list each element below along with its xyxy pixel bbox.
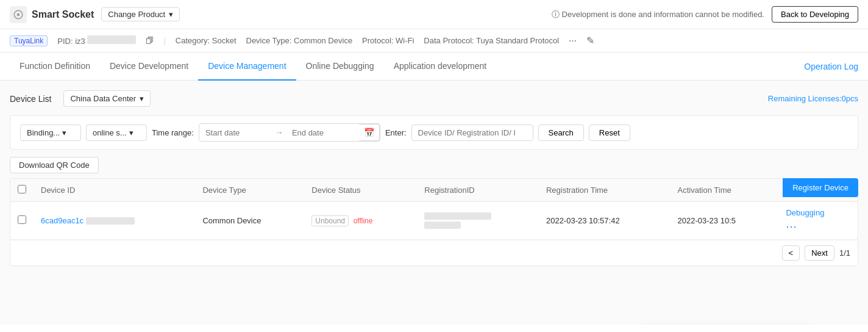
select-all-checkbox[interactable] bbox=[18, 185, 26, 193]
debugging-link[interactable]: Debugging bbox=[786, 208, 850, 217]
pid-blur bbox=[87, 35, 136, 44]
protocol-label: Protocol: Wi-Fi bbox=[362, 36, 414, 45]
header: Smart Socket Change Product ▾ ⓘ Developm… bbox=[0, 0, 868, 29]
separator: | bbox=[163, 36, 165, 45]
calendar-icon[interactable]: 📅 bbox=[359, 124, 380, 141]
date-range-wrapper: → 📅 bbox=[199, 123, 380, 142]
change-product-chevron-icon: ▾ bbox=[169, 10, 173, 19]
row-action-cell: Debugging ⋯ bbox=[778, 202, 858, 240]
online-status-chevron-icon: ▾ bbox=[129, 128, 133, 137]
col-registration-id: RegistrationID bbox=[417, 179, 539, 202]
edit-icon[interactable]: ✎ bbox=[586, 35, 594, 46]
tab-device-development[interactable]: Device Development bbox=[100, 52, 198, 81]
col-device-type: Device Type bbox=[195, 179, 304, 202]
row-registration-time-cell: 2022-03-23 10:57:42 bbox=[539, 202, 671, 240]
device-table: Device ID Device Type Device Status Regi… bbox=[10, 179, 858, 240]
device-id-link[interactable]: 6cad9eac1c bbox=[41, 216, 188, 225]
reg-id-blur-2 bbox=[424, 222, 461, 229]
registration-id-container bbox=[424, 212, 532, 229]
status-offline-badge: offline bbox=[354, 217, 373, 225]
next-page-button[interactable]: Next bbox=[805, 245, 834, 261]
enter-label: Enter: bbox=[385, 128, 407, 137]
more-actions-icon[interactable]: ⋯ bbox=[786, 220, 850, 233]
device-type-label: Device Type: Common Device bbox=[246, 36, 353, 45]
col-registration-time: Registration Time bbox=[539, 179, 671, 202]
end-date-input[interactable] bbox=[286, 125, 359, 140]
binding-filter-select[interactable]: Binding... ▾ bbox=[20, 125, 81, 141]
nav-tabs: Function Definition Device Development D… bbox=[0, 52, 868, 81]
row-device-id-cell: 6cad9eac1c bbox=[34, 202, 195, 240]
row-device-status-cell: Unbound offline bbox=[304, 202, 417, 240]
sub-header: TuyaLink PID: iz3 🗍 | Category: Socket D… bbox=[0, 29, 868, 52]
remaining-licenses: Remaining Licenses:0pcs bbox=[768, 94, 858, 103]
data-protocol-label: Data Protocol: Tuya Standard Protocol bbox=[424, 36, 559, 45]
binding-chevron-icon: ▾ bbox=[62, 128, 66, 137]
device-id-blur bbox=[86, 217, 135, 225]
table-and-modal: Device ID Device Type Device Status Regi… bbox=[10, 178, 858, 266]
row-activation-time-cell: 2022-03-23 10:5 bbox=[671, 202, 779, 240]
page-info: 1/1 bbox=[839, 248, 850, 258]
time-range-label: Time range: bbox=[152, 128, 194, 137]
row-checkbox-cell bbox=[10, 202, 34, 240]
change-product-button[interactable]: Change Product ▾ bbox=[101, 7, 180, 21]
action-cell-content: Debugging ⋯ bbox=[786, 208, 850, 233]
search-button[interactable]: Search bbox=[538, 125, 584, 141]
prev-page-button[interactable]: < bbox=[782, 245, 800, 261]
content-area: Device List China Data Center ▾ Remainin… bbox=[0, 81, 868, 325]
tab-function-definition[interactable]: Function Definition bbox=[10, 52, 100, 81]
tab-application-development[interactable]: Application development bbox=[384, 52, 497, 81]
col-device-status: Device Status bbox=[304, 179, 417, 202]
col-activation-time: Activation Time bbox=[671, 179, 779, 202]
tab-device-management[interactable]: Device Management bbox=[198, 52, 296, 81]
status-unbound-badge: Unbound bbox=[311, 215, 349, 226]
data-center-chevron-icon: ▾ bbox=[140, 94, 144, 103]
back-to-developing-button[interactable]: Back to Developing bbox=[772, 6, 858, 23]
device-search-input[interactable] bbox=[411, 125, 533, 141]
tab-online-debugging[interactable]: Online Debugging bbox=[296, 52, 384, 81]
tuyalink-badge: TuyaLink bbox=[10, 35, 48, 46]
reset-button[interactable]: Reset bbox=[589, 125, 630, 141]
device-id-text: 6cad9eac1c bbox=[41, 216, 84, 225]
filter-bar: Binding... ▾ online s... ▾ Time range: →… bbox=[10, 115, 858, 150]
online-status-select[interactable]: online s... ▾ bbox=[86, 125, 147, 141]
svg-point-1 bbox=[17, 13, 20, 16]
col-device-id: Device ID bbox=[34, 179, 195, 202]
register-device-button[interactable]: Register Device bbox=[783, 178, 858, 197]
device-type-value: Common Device bbox=[202, 216, 261, 225]
product-icon bbox=[10, 6, 27, 23]
content-header: Device List China Data Center ▾ Remainin… bbox=[10, 90, 858, 107]
reg-id-blur-1 bbox=[424, 212, 491, 220]
download-qr-button[interactable]: Download QR Code bbox=[10, 157, 99, 173]
copy-icon[interactable]: 🗍 bbox=[146, 36, 154, 45]
pagination: < Next 1/1 bbox=[10, 240, 858, 265]
registration-time-value: 2022-03-23 10:57:42 bbox=[546, 216, 620, 225]
device-table-wrapper: Device ID Device Type Device Status Regi… bbox=[10, 178, 858, 266]
col-checkbox bbox=[10, 179, 34, 202]
table-row: 6cad9eac1c Common Device Unbound offline bbox=[10, 202, 858, 240]
device-list-header: Device List China Data Center ▾ bbox=[10, 90, 151, 107]
product-title: Smart Socket bbox=[32, 9, 94, 20]
change-product-label: Change Product bbox=[108, 10, 165, 19]
start-date-input[interactable] bbox=[199, 125, 272, 140]
row-registration-id-cell bbox=[417, 202, 539, 240]
device-list-label: Device List bbox=[10, 94, 51, 104]
dev-notice: ⓘ Development is done and information ca… bbox=[552, 9, 764, 20]
pid-label: PID: iz3 bbox=[57, 35, 136, 46]
row-device-type-cell: Common Device bbox=[195, 202, 304, 240]
row-checkbox[interactable] bbox=[18, 215, 26, 224]
operation-log-link[interactable]: Operation Log bbox=[804, 53, 858, 80]
activation-time-value: 2022-03-23 10:5 bbox=[678, 216, 736, 225]
table-header-row: Device ID Device Type Device Status Regi… bbox=[10, 179, 858, 202]
category-label: Category: Socket bbox=[176, 36, 237, 45]
info-icon: ⓘ bbox=[552, 9, 560, 20]
action-bar: Download QR Code bbox=[10, 157, 858, 173]
data-center-select[interactable]: China Data Center ▾ bbox=[63, 90, 151, 107]
register-device-area: Register Device bbox=[783, 178, 858, 197]
date-arrow: → bbox=[272, 128, 286, 137]
more-icon[interactable]: ⋯ bbox=[569, 36, 577, 45]
